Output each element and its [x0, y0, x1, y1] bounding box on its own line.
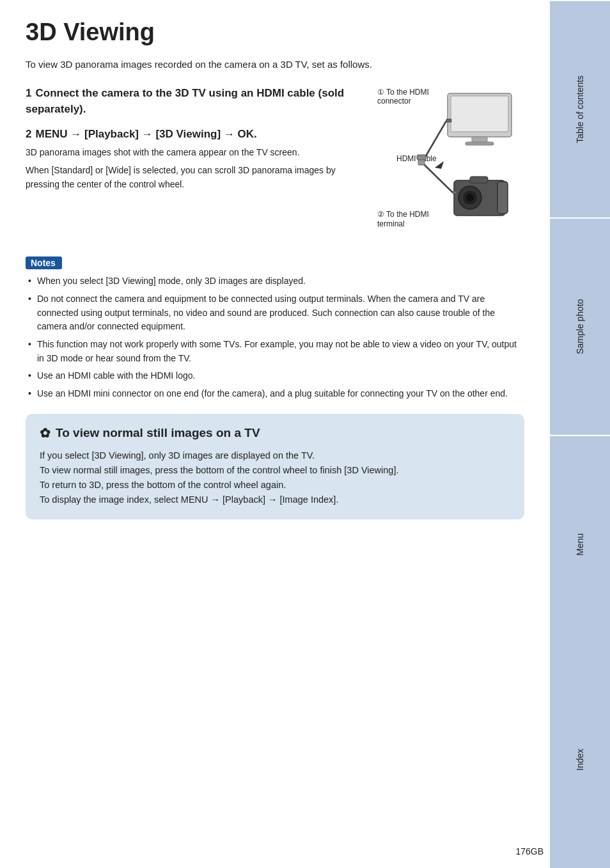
notes-list-item: This function may not work properly with… [26, 338, 524, 365]
tip-line: To display the image index, select MENU … [40, 493, 510, 507]
notes-list-item: Use an HDMI cable with the HDMI logo. [26, 369, 524, 383]
svg-rect-3 [451, 96, 508, 132]
diagram-col: ① To the HDMI connector HDMI cable [377, 86, 524, 241]
steps-col: 1Connect the camera to the 3D TV using a… [26, 86, 364, 200]
svg-rect-14 [497, 182, 508, 214]
tip-icon: ✿ [40, 425, 51, 441]
step-2: 2MENU → [Playback] → [3D Viewing] → OK. … [26, 127, 364, 192]
page-title: 3D Viewing [26, 19, 524, 46]
notes-list-item: Do not connect the camera and equipment … [26, 292, 524, 334]
tip-title-text: To view normal still images on a TV [56, 426, 260, 440]
hdmi-diagram: ① To the HDMI connector HDMI cable [377, 86, 518, 239]
page-number: 176GB [515, 846, 544, 856]
tip-box: ✿ To view normal still images on a TV If… [26, 414, 524, 519]
tip-line: If you select [3D Viewing], only 3D imag… [40, 448, 510, 463]
step-1-text: Connect the camera to the 3D TV using an… [26, 87, 344, 115]
notes-box: Notes When you select [3D Viewing] mode,… [26, 256, 524, 401]
sidebar-tab[interactable]: Sample photo [550, 217, 610, 435]
notes-list-item: When you select [3D Viewing] mode, only … [26, 274, 524, 288]
svg-rect-17 [417, 155, 426, 160]
steps-diagram-row: 1Connect the camera to the 3D TV using a… [26, 86, 524, 241]
step-1-number: 1 [26, 87, 31, 99]
notes-label: Notes [26, 256, 62, 269]
svg-rect-13 [470, 177, 488, 183]
step-1-header: 1Connect the camera to the 3D TV using a… [26, 86, 364, 117]
svg-text:② To the HDMI: ② To the HDMI [377, 210, 429, 219]
svg-rect-5 [465, 142, 494, 145]
step-2-number: 2 [26, 128, 31, 140]
step-2-text: MENU → [Playback] → [3D Viewing] → OK. [35, 128, 256, 140]
sidebar-tab[interactable]: Index [550, 652, 610, 868]
sidebar-tab[interactable]: Table of contents [550, 0, 610, 217]
step-2-desc2: When [Standard] or [Wide] is selected, y… [26, 164, 364, 191]
svg-rect-15 [453, 191, 457, 194]
tip-line: To view normal still images, press the b… [40, 463, 510, 478]
svg-text:connector: connector [377, 97, 411, 106]
notes-list-item: Use an HDMI mini connector on one end (f… [26, 387, 524, 401]
svg-rect-18 [418, 160, 425, 165]
svg-rect-6 [446, 119, 451, 122]
tip-body: If you select [3D Viewing], only 3D imag… [40, 448, 510, 508]
svg-point-12 [466, 194, 474, 201]
sidebar: Table of contentsSample photoMenuIndex [550, 0, 610, 868]
intro-text: To view 3D panorama images recorded on t… [26, 58, 524, 72]
step-2-desc1: 3D panorama images shot with the camera … [26, 146, 364, 160]
tip-line: To return to 3D, press the bottom of the… [40, 478, 510, 493]
svg-text:terminal: terminal [377, 219, 405, 228]
step-1: 1Connect the camera to the 3D TV using a… [26, 86, 364, 117]
step-2-header: 2MENU → [Playback] → [3D Viewing] → OK. [26, 127, 364, 143]
sidebar-tab[interactable]: Menu [550, 435, 610, 652]
notes-list: When you select [3D Viewing] mode, only … [26, 274, 524, 401]
svg-rect-4 [472, 137, 487, 142]
tip-title: ✿ To view normal still images on a TV [40, 425, 510, 441]
svg-text:① To the HDMI: ① To the HDMI [377, 88, 429, 97]
